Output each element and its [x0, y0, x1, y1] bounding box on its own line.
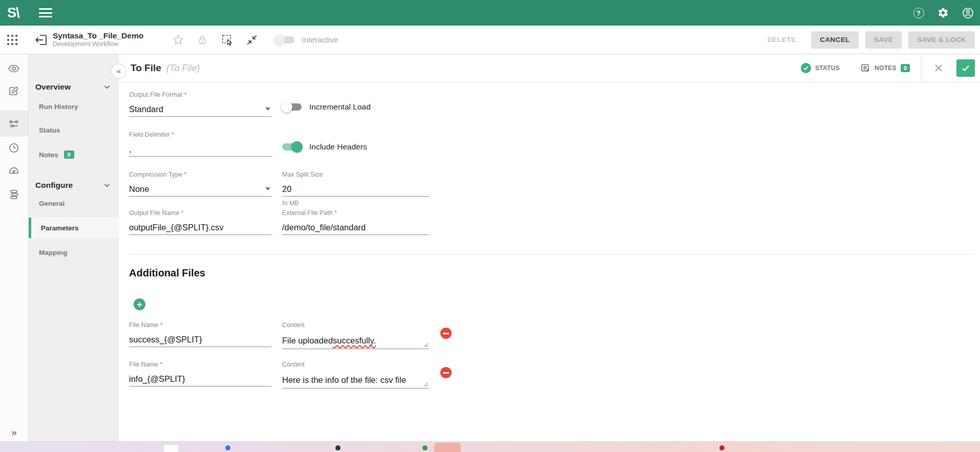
- resize-handle-icon[interactable]: [423, 342, 428, 347]
- nav-section-overview[interactable]: Overview: [35, 82, 112, 92]
- lock-icon[interactable]: [196, 33, 209, 47]
- panel-header: To File (To File) STATUS NOTES 0: [119, 54, 980, 82]
- file-name-input[interactable]: success_{@SPLIT}: [129, 333, 271, 347]
- additional-files-heading: Additional Files: [129, 267, 205, 279]
- output-file-format-label: Output File Format *: [129, 91, 271, 99]
- sidebar-item-notes[interactable]: Notes 0: [39, 150, 74, 159]
- notes-button-label: NOTES: [875, 64, 897, 72]
- compression-type-label: Compression Type *: [129, 171, 271, 179]
- field-delimiter-field: Field Delimiter * ,: [129, 131, 271, 157]
- dashboard-gauge-icon[interactable]: [8, 164, 21, 178]
- sidebar-item-parameters[interactable]: Parameters: [29, 218, 119, 238]
- output-file-format-field: Output File Format * Standard: [129, 91, 271, 117]
- field-delimiter-value: ,: [129, 144, 132, 154]
- incremental-load-row: Incremental Load: [282, 101, 371, 113]
- dropdown-caret-icon[interactable]: [265, 107, 270, 111]
- file-name-input[interactable]: info_{@SPLIT}: [129, 372, 271, 386]
- workflow-parameters-icon[interactable]: [8, 117, 21, 131]
- max-split-size-input[interactable]: 20: [282, 182, 429, 197]
- remove-file-button[interactable]: [440, 328, 452, 339]
- back-to-workflow-icon[interactable]: [34, 33, 49, 47]
- datasets-layers-icon[interactable]: [8, 188, 21, 201]
- max-split-size-label: Max Split Size: [282, 171, 429, 179]
- status-label: Status: [39, 126, 60, 134]
- delete-button[interactable]: DELETE: [759, 31, 805, 49]
- content-misspelled-word: succesfully.: [333, 336, 376, 346]
- interactive-toggle[interactable]: [275, 34, 294, 46]
- taskbar-app-icon[interactable]: [335, 445, 340, 450]
- collapse-panel-button[interactable]: «: [111, 63, 126, 79]
- output-file-format-select[interactable]: Standard: [129, 102, 271, 117]
- overview-label: Overview: [35, 82, 71, 92]
- add-file-button[interactable]: +: [134, 298, 145, 310]
- output-file-name-value: outputFile_{@SPLIT}.csv: [129, 223, 224, 232]
- content-textarea[interactable]: Here is the info of the file: csv file: [282, 372, 429, 389]
- status-button[interactable]: STATUS: [801, 63, 840, 73]
- workflow-toolbar: Syntasa_To _File_Demo Development Workfl…: [0, 26, 980, 54]
- content-label: Content: [282, 321, 429, 329]
- configure-label: Configure: [35, 181, 73, 190]
- notes-button[interactable]: NOTES 0: [860, 63, 910, 73]
- resize-handle-icon[interactable]: [423, 381, 428, 386]
- expand-rail-icon[interactable]: »: [11, 427, 17, 438]
- content-field: Content Here is the info of the file: cs…: [282, 361, 429, 389]
- apply-check-button[interactable]: [956, 59, 975, 77]
- cancel-button[interactable]: CANCEL: [811, 31, 859, 49]
- file-name-label: File Name *: [129, 321, 271, 329]
- sidebar-item-general[interactable]: General: [39, 200, 65, 207]
- taskbar-widget[interactable]: [163, 444, 179, 452]
- topbar-actions: ?: [912, 7, 974, 19]
- toolbar-buttons: DELETE CANCEL SAVE SAVE & LOCK: [759, 31, 975, 49]
- sidebar-item-status[interactable]: Status: [39, 126, 60, 134]
- output-file-name-field: Output File Name * outputFile_{@SPLIT}.c…: [129, 209, 271, 235]
- help-icon[interactable]: ?: [912, 7, 925, 19]
- dropdown-caret-icon[interactable]: [265, 187, 270, 190]
- external-file-path-input[interactable]: /demo/to_file/standard: [282, 221, 429, 235]
- output-file-name-label: Output File Name *: [129, 209, 271, 217]
- notes-count-badge: 0: [64, 150, 74, 159]
- general-label: General: [39, 200, 65, 207]
- interactive-toggle-row: Interactive: [275, 34, 338, 46]
- apps-grid-icon[interactable]: [6, 33, 19, 47]
- os-taskbar[interactable]: [0, 441, 980, 452]
- include-headers-toggle[interactable]: [282, 141, 302, 153]
- nav-section-configure[interactable]: Configure: [35, 180, 112, 190]
- history-clock-icon[interactable]: [8, 141, 21, 155]
- taskbar-app-icon[interactable]: [422, 445, 428, 450]
- collapse-view-icon[interactable]: [245, 33, 259, 47]
- chevron-down-icon: [102, 180, 112, 190]
- help-glyph: ?: [913, 8, 924, 18]
- incremental-load-toggle[interactable]: [282, 101, 302, 113]
- favorite-star-icon[interactable]: [172, 33, 185, 47]
- field-delimiter-input[interactable]: ,: [129, 142, 271, 157]
- save-and-lock-button[interactable]: SAVE & LOCK: [908, 31, 975, 49]
- compression-type-select[interactable]: None: [129, 182, 271, 197]
- edit-compose-icon[interactable]: [8, 84, 21, 98]
- save-button[interactable]: SAVE: [865, 31, 902, 49]
- taskbar-app-icon[interactable]: [225, 445, 230, 450]
- parameters-panel: To File (To File) STATUS NOTES 0: [119, 54, 980, 441]
- file-name-value: success_{@SPLIT}: [129, 335, 202, 345]
- notes-memo-icon: [860, 63, 870, 73]
- gear-icon[interactable]: [937, 7, 949, 19]
- sidebar-item-run-history[interactable]: Run History: [39, 103, 78, 111]
- syntasa-logo: S\: [7, 5, 32, 21]
- taskbar-app-icon[interactable]: [719, 445, 725, 450]
- content-value: Here is the info of the file: csv file: [282, 375, 406, 385]
- hamburger-menu-icon[interactable]: [39, 8, 52, 17]
- field-delimiter-label: Field Delimiter *: [129, 131, 271, 139]
- sidebar-item-mapping[interactable]: Mapping: [39, 249, 68, 256]
- close-icon[interactable]: [934, 62, 945, 74]
- preview-eye-icon[interactable]: [8, 62, 21, 75]
- remove-file-button[interactable]: [440, 367, 452, 378]
- taskbar-active-app[interactable]: [434, 443, 461, 452]
- profile-icon[interactable]: [962, 7, 974, 19]
- include-headers-row: Include Headers: [282, 141, 367, 153]
- marquee-select-icon[interactable]: [221, 33, 234, 47]
- left-icon-rail: »: [0, 54, 29, 441]
- output-file-name-input[interactable]: outputFile_{@SPLIT}.csv: [129, 221, 271, 235]
- content-textarea[interactable]: File uploaded succesfully.: [282, 333, 429, 349]
- mapping-label: Mapping: [39, 249, 68, 256]
- content-field: Content File uploaded succesfully.: [282, 321, 429, 349]
- workflow-title: Syntasa_To _File_Demo: [53, 31, 143, 40]
